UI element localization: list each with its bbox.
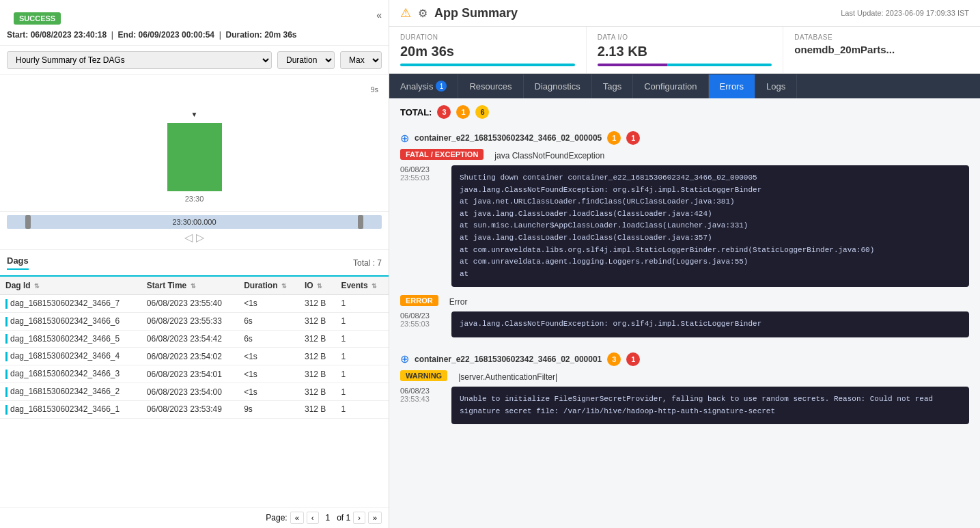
- col-events[interactable]: Events ⇅: [335, 277, 389, 295]
- max-select[interactable]: Max: [340, 51, 382, 69]
- chart-bar-container: [14, 89, 375, 191]
- table-row[interactable]: dag_1681530602342_3466_6 06/08/2023 23:5…: [0, 312, 389, 330]
- container-section: ⊕ container_e22_1681530602342_3466_02_00…: [400, 348, 969, 424]
- last-update: Last Update: 2023-06-09 17:09:33 IST: [841, 9, 969, 17]
- tab-errors[interactable]: Errors: [709, 74, 755, 98]
- end-value: 06/09/2023 00:00:54: [139, 30, 214, 40]
- current-page: 1: [322, 512, 335, 524]
- right-header: ⚠ ⚙ App Summary Last Update: 2023-06-09 …: [389, 0, 980, 27]
- pagination: Page: « ‹ 1 of 1 › »: [0, 507, 389, 528]
- table-row[interactable]: dag_1681530602342_3466_1 06/08/2023 23:5…: [0, 400, 389, 418]
- events-cell: 1: [335, 295, 389, 313]
- dag-id-cell: dag_1681530602342_3466_2: [0, 383, 141, 401]
- container-header[interactable]: ⊕ container_e22_1681530602342_3466_02_00…: [400, 127, 969, 149]
- tab-resources[interactable]: Resources: [458, 74, 523, 98]
- tab-label: Configuration: [644, 81, 697, 92]
- tab-label: Tags: [603, 81, 621, 92]
- io-cell: 312 B: [299, 365, 335, 383]
- warning-icon: ⚠: [400, 5, 411, 20]
- container-badge2: 1: [626, 131, 640, 145]
- table-row[interactable]: dag_1681530602342_3466_4 06/08/2023 23:5…: [0, 348, 389, 365]
- container-header[interactable]: ⊕ container_e22_1681530602342_3466_02_00…: [400, 348, 969, 370]
- code-block: Shutting down container container_e22_16…: [451, 165, 969, 287]
- start-time-cell: 06/08/2023 23:54:02: [141, 348, 238, 365]
- container-badge1: 3: [607, 352, 621, 366]
- io-cell: 312 B: [299, 400, 335, 418]
- table-row[interactable]: dag_1681530602342_3466_2 06/08/2023 23:5…: [0, 383, 389, 401]
- io-cell: 312 B: [299, 312, 335, 330]
- metrics-row: DURATION 20m 36s DATA I/O 2.13 KB DATABA…: [389, 27, 980, 74]
- first-page-btn[interactable]: «: [290, 512, 304, 524]
- start-time-cell: 06/08/2023 23:55:40: [141, 295, 238, 313]
- chart-area: 9s 23:30: [0, 75, 389, 212]
- start-time-cell: 06/08/2023 23:54:42: [141, 330, 238, 348]
- io-cell: 312 B: [299, 330, 335, 348]
- exception-label: java ClassNotFoundException: [494, 151, 604, 161]
- metric-io: DATA I/O 2.13 KB: [587, 27, 784, 73]
- dags-table-container[interactable]: Dag Id ⇅ Start Time ⇅ Duration ⇅ IO ⇅ Ev…: [0, 277, 389, 507]
- tab-label: Logs: [766, 81, 785, 92]
- events-cell: 1: [335, 400, 389, 418]
- code-block: java.lang.ClassNotFoundException: org.sl…: [451, 311, 969, 337]
- col-duration[interactable]: Duration ⇅: [238, 277, 299, 295]
- table-row[interactable]: dag_1681530602342_3466_5 06/08/2023 23:5…: [0, 330, 389, 348]
- events-cell: 1: [335, 365, 389, 383]
- start-value: 06/08/2023 23:40:18: [31, 30, 107, 40]
- io-cell: 312 B: [299, 383, 335, 401]
- timeline-handle-left[interactable]: [25, 215, 31, 229]
- col-start-time[interactable]: Start Time ⇅: [141, 277, 238, 295]
- tab-diagnostics[interactable]: Diagnostics: [524, 74, 592, 98]
- duration-cell: <1s: [238, 348, 299, 365]
- events-cell: 1: [335, 312, 389, 330]
- collapse-button[interactable]: «: [376, 10, 382, 20]
- container-toggle-icon: ⊕: [400, 352, 409, 365]
- duration-bar: [400, 64, 575, 66]
- container-section: ⊕ container_e22_1681530602342_3466_02_00…: [400, 127, 969, 337]
- table-row[interactable]: dag_1681530602342_3466_7 06/08/2023 23:5…: [0, 295, 389, 313]
- prev-page-btn[interactable]: ‹: [307, 512, 319, 524]
- container-name: container_e22_1681530602342_3466_02_0000…: [415, 133, 602, 143]
- duration-cell: <1s: [238, 295, 299, 313]
- dag-id-cell: dag_1681530602342_3466_1: [0, 400, 141, 418]
- dag-id-cell: dag_1681530602342_3466_4: [0, 348, 141, 365]
- io-bar: [598, 64, 772, 66]
- dags-section: Dags Total : 7 Dag Id ⇅ Start Time ⇅ Dur…: [0, 250, 389, 528]
- metric-database: DATABASE onemdb_20mParts...: [783, 27, 980, 73]
- col-dag-id[interactable]: Dag Id ⇅: [0, 277, 141, 295]
- total-row: TOTAL:316: [400, 105, 969, 119]
- tab-analysis[interactable]: Analysis1: [389, 74, 458, 98]
- duration-metric-value: 20m 36s: [400, 44, 575, 59]
- date-range: Start: 06/08/2023 23:40:18 | End: 06/09/…: [0, 25, 389, 46]
- error-block: FATAL / EXCEPTION java ClassNotFoundExce…: [400, 149, 969, 287]
- duration-cell: 6s: [238, 312, 299, 330]
- io-metric-label: DATA I/O: [598, 33, 772, 41]
- total-count-badge: 3: [437, 105, 451, 119]
- tab-configuration[interactable]: Configuration: [633, 74, 708, 98]
- tab-label: Analysis: [400, 81, 433, 92]
- log-time: 23:53:43: [400, 395, 445, 403]
- error-row: 06/08/23 23:55:03 Shutting down containe…: [400, 165, 969, 287]
- duration-select[interactable]: Duration: [277, 51, 335, 69]
- tab-label: Resources: [469, 81, 512, 92]
- last-page-btn[interactable]: »: [368, 512, 382, 524]
- start-time-cell: 06/08/2023 23:55:33: [141, 312, 238, 330]
- tab-badge: 1: [436, 81, 447, 92]
- errors-content[interactable]: TOTAL:316 ⊕ container_e22_1681530602342_…: [389, 98, 980, 528]
- right-panel: ⚠ ⚙ App Summary Last Update: 2023-06-09 …: [389, 0, 980, 528]
- chart-x-label: 23:30: [14, 195, 375, 203]
- col-io[interactable]: IO ⇅: [299, 277, 335, 295]
- timeline-bar[interactable]: 23:30:00.000: [7, 215, 382, 229]
- dag-select[interactable]: Hourly Summary of Tez DAGs: [7, 51, 272, 69]
- exception-label: |server.AuthenticationFilter|: [458, 372, 557, 382]
- tab-tags[interactable]: Tags: [592, 74, 633, 98]
- next-page-btn[interactable]: ›: [353, 512, 365, 524]
- container-badge2: 1: [626, 352, 640, 366]
- timestamp-block: 06/08/23 23:55:03: [400, 311, 445, 337]
- log-date: 06/08/23: [400, 387, 445, 395]
- events-cell: 1: [335, 348, 389, 365]
- table-row[interactable]: dag_1681530602342_3466_3 06/08/2023 23:5…: [0, 365, 389, 383]
- dags-title: Dags: [7, 255, 29, 270]
- tab-logs[interactable]: Logs: [755, 74, 797, 98]
- duration-metric-label: DURATION: [400, 33, 575, 41]
- timeline-handle-right[interactable]: [358, 215, 363, 229]
